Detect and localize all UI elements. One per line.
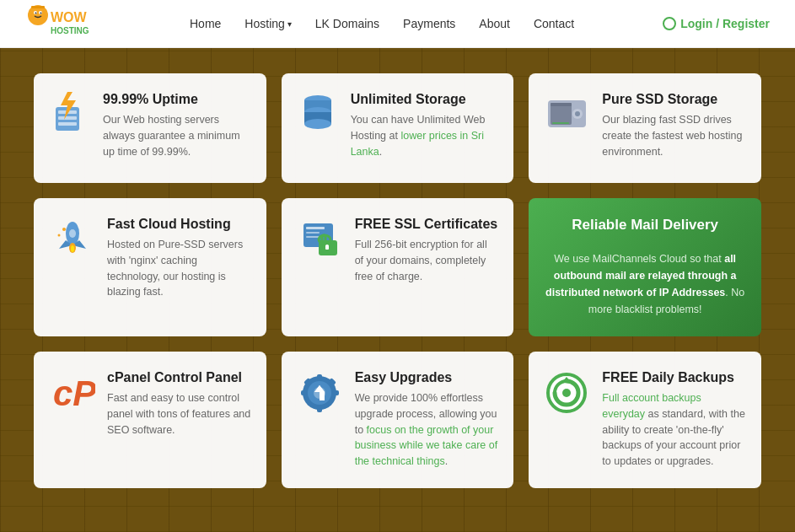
svg-rect-36 [306,232,320,234]
cpanel-desc: Fast and easy to use control panel with … [107,390,251,438]
chevron-down-icon: ▾ [287,19,292,29]
uptime-title: 99.99% Uptime [103,92,251,107]
svg-rect-13 [58,122,77,126]
svg-text:cP: cP [53,373,95,413]
features-grid: 99.99% Uptime Our Web hosting servers al… [34,73,761,488]
storage-icon [297,92,339,134]
ssl-desc: Full 256-bit encryption for all of your … [355,237,499,284]
svg-point-19 [304,119,331,129]
svg-rect-22 [551,103,572,106]
login-register-button[interactable]: Login / Register [663,17,770,30]
uptime-content: 99.99% Uptime Our Web hosting servers al… [103,92,251,159]
svg-point-4 [35,13,37,14]
ssd-desc: Our blazing fast SSD drives create the f… [602,112,746,159]
mail-desc: We use MailChannels Cloud so that all ou… [544,250,746,318]
storage-content: Unlimited Storage You can have Unlimited… [351,92,499,159]
feature-card-uptime: 99.99% Uptime Our Web hosting servers al… [34,73,266,183]
cloud-icon [49,217,95,263]
storage-desc: You can have Unlimited Web Hosting at lo… [351,112,499,159]
feature-card-mail: Reliable Mail Delivery We use MailChanne… [529,198,761,336]
svg-point-29 [69,229,76,238]
ssd-title: Pure SSD Storage [602,92,746,107]
svg-point-31 [71,245,74,252]
svg-point-32 [62,228,66,231]
feature-card-upgrades: Easy Upgrades We provide 100% effortless… [282,352,514,488]
cloud-title: Fast Cloud Hosting [107,217,251,232]
svg-point-42 [325,245,329,248]
svg-text:WOW: WOW [51,10,88,24]
site-header: WOW HOSTING Home Hosting ▾ LK Domains Pa… [0,0,795,48]
nav-contact[interactable]: Contact [534,17,574,30]
cloud-desc: Hosted on Pure-SSD servers with 'nginx' … [107,237,251,300]
nav-about[interactable]: About [479,17,510,30]
nav-lk-domains[interactable]: LK Domains [315,17,379,30]
uptime-desc: Our Web hosting servers always guarantee… [103,112,251,159]
backups-title: FREE Daily Backups [602,370,746,385]
mail-title: Reliable Mail Delivery [572,217,718,234]
svg-rect-25 [552,122,569,124]
ssd-content: Pure SSD Storage Our blazing fast SSD dr… [602,92,746,159]
main-nav: Home Hosting ▾ LK Domains Payments About… [190,17,574,30]
uptime-icon [49,92,91,134]
feature-card-ssd: Pure SSD Storage Our blazing fast SSD dr… [529,73,761,183]
logo[interactable]: WOW HOSTING [25,3,101,44]
feature-card-backups: FREE Daily Backups Full account backups … [529,352,761,488]
upgrades-title: Easy Upgrades [355,370,499,385]
svg-rect-48 [301,390,308,395]
logo-icon: WOW HOSTING [25,3,101,44]
svg-point-5 [40,13,42,14]
upgrades-desc: We provide 100% effortless upgrade proce… [355,390,499,470]
storage-title: Unlimited Storage [351,92,499,107]
hero-section: 99.99% Uptime Our Web hosting servers al… [0,48,795,532]
svg-rect-49 [332,390,339,395]
svg-rect-35 [306,227,325,229]
feature-card-storage: Unlimited Storage You can have Unlimited… [282,73,514,183]
svg-rect-47 [317,406,322,412]
nav-payments[interactable]: Payments [403,17,455,30]
svg-rect-12 [58,116,77,120]
svg-rect-46 [317,374,322,381]
svg-text:HOSTING: HOSTING [51,26,89,35]
globe-icon [663,17,676,30]
feature-card-ssl: FREE SSL Certificates Full 256-bit encry… [282,198,514,336]
svg-point-24 [575,111,580,116]
svg-point-58 [562,389,571,397]
upgrades-content: Easy Upgrades We provide 100% effortless… [355,370,499,470]
ssl-title: FREE SSL Certificates [355,217,499,232]
upgrade-icon [297,370,343,416]
cpanel-content: cPanel Control Panel Fast and easy to us… [107,370,251,438]
svg-point-33 [58,234,61,237]
ssd-icon [544,92,590,138]
cpanel-title: cPanel Control Panel [107,370,251,385]
backups-desc: Full account backups everyday as standar… [602,390,746,470]
cloud-content: Fast Cloud Hosting Hosted on Pure-SSD se… [107,217,251,300]
svg-rect-7 [31,6,45,8]
backups-content: FREE Daily Backups Full account backups … [602,370,746,470]
ssl-icon [297,217,343,263]
cpanel-icon: cP [49,370,95,416]
feature-card-cloud: Fast Cloud Hosting Hosted on Pure-SSD se… [34,198,266,336]
ssl-content: FREE SSL Certificates Full 256-bit encry… [355,217,499,284]
nav-home[interactable]: Home [190,17,221,30]
feature-card-cpanel: cP cPanel Control Panel Fast and easy to… [34,352,266,488]
nav-hosting[interactable]: Hosting ▾ [244,17,291,30]
backup-icon [544,370,590,416]
